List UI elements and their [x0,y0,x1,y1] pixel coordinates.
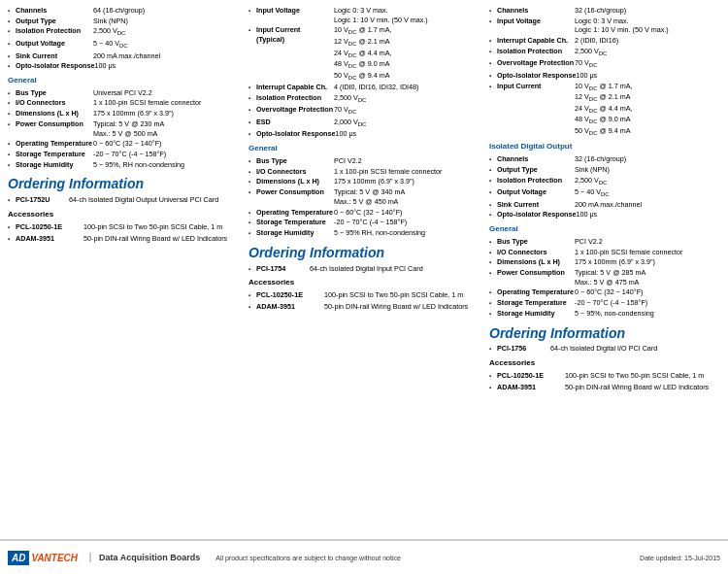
logo-vantech: VANTECH [29,551,80,565]
column-2: Input Voltage Logic 0: 3 V max.Logic 1: … [243,6,480,535]
c3-input-voltage: Input Voltage Logic 0: 3 V max.Logic 1: … [489,17,720,35]
g3-dim: Dimensions (L x H) 175 x 100mm (6.9" x 3… [489,257,720,267]
col3-isolated-output: Channels 32 (16-ch/group) Output Type Si… [489,154,720,219]
accessories-title-2: Accessories [248,278,480,288]
g2-io: I/O Connectors 1 x 100-pin SCSI female c… [248,167,480,177]
accessories-title-3: Accessories [489,358,720,369]
g1-power: Power Consumption Typical: 5 V @ 230 mAM… [8,119,239,138]
acc1-board: ADAM-3951 50-pin DIN-rail Wiring Board w… [8,234,239,244]
acc3-board: ADAM-3951 50-pin DIN-rail Wiring Board w… [489,383,720,392]
g2-stor-temp: Storage Temperature -20 ~ 70°C (-4 ~ 158… [248,218,480,227]
footer-section-title: Data Acquisition Boards [89,553,200,562]
spec-opto: Opto-isolator Response 100 μs [8,61,239,71]
spec-sink-current: Sink Current 200 mA max./channel [8,51,239,61]
col1-specs-intro: Channels 64 (16-ch/group) Output Type Si… [8,6,239,71]
col2-general: Bus Type PCI V2.2 I/O Connectors 1 x 100… [248,156,480,238]
c2-isolation: Isolation Protection 2,500 VDC [248,93,480,105]
footer-note: All product specifications are subject t… [200,555,640,561]
ordering-title-2: Ordering Information [248,244,480,262]
accessories-section-3: Accessories PCL-10250-1E 100-pin SCSI to… [489,358,720,391]
logo-adv: AD [8,551,29,565]
g3-bus: Bus Type PCI V2.2 [489,237,720,247]
ordering-title-3: Ordering Information [489,324,720,343]
c3-channels: Channels 32 (16-ch/group) [489,6,720,16]
col2-specs-intro: Input Voltage Logic 0: 3 V max.Logic 1: … [248,6,480,139]
c2-input-voltage: Input Voltage Logic 0: 3 V max.Logic 1: … [248,6,480,24]
accessories-title-1: Accessories [8,210,239,220]
general-title-1: General [8,76,239,86]
c2-input-current: Input Current(Typical) 10 VDC @ 1.7 mA,1… [248,25,480,82]
col3-general: Bus Type PCI V2.2 I/O Connectors 1 x 100… [489,237,720,319]
c2-interrupt: Interrupt Capable Ch. 4 (IDI0, IDI16, ID… [248,83,480,92]
order-item-1: PCI-1752U 64-ch Isolated Digital Output … [8,195,239,205]
g2-humidity: Storage Humidity 5 ~ 95% RH, non-condens… [248,228,480,238]
c3-input-current: Input Current 10 VDC @ 1.7 mA,12 VDC @ 2… [489,82,720,138]
g3-power: Power Consumption Typical: 5 V @ 285 mAM… [489,268,720,287]
acc1-cable: PCL-10250-1E 100-pin SCSI to Two 50-pin … [8,222,239,232]
general-title-2: General [248,144,480,154]
col3-specs-intro: Channels 32 (16-ch/group) Input Voltage … [489,6,720,137]
g2-op-temp: Operating Temperature 0 ~ 60°C (32 ~ 140… [248,208,480,218]
col1-general: Bus Type Universal PCI V2.2 I/O Connecto… [8,88,239,170]
g2-bus: Bus Type PCI V2.2 [248,156,480,166]
acc2-board: ADAM-3951 50-pin DIN-rail Wiring Board w… [248,302,480,312]
isolated-output-title: Isolated Digital Output [489,142,720,152]
accessories-section-1: Accessories PCL-10250-1E 100-pin SCSI to… [8,210,239,243]
col2-accessories: PCL-10250-1E 100-pin SCSI to Two 50-pin … [248,290,480,311]
c2-overvoltage: Overvoltage Protection 70 VDC [248,105,480,117]
page: Channels 64 (16-ch/group) Output Type Si… [0,0,728,574]
g3-op-temp: Operating Temperature 0 ~ 60°C (32 ~ 140… [489,287,720,297]
spec-output-type: Output Type Sink (NPN) [8,17,239,26]
spec-output-voltage: Output Voltage 5 ~ 40 VDC [8,39,239,51]
accessories-section-2: Accessories PCL-10250-1E 100-pin SCSI to… [248,278,480,311]
g3-io: I/O Connectors 1 x 100-pin SCSI female c… [489,248,720,257]
acc2-cable: PCL-10250-1E 100-pin SCSI to Two 50-pin … [248,290,480,300]
ordering-title-1: Ordering Information [8,175,239,193]
col1-accessories: PCL-10250-1E 100-pin SCSI to Two 50-pin … [8,222,239,243]
iso-output-type: Output Type Sink (NPN) [489,165,720,175]
spec-isolation: Isolation Protection 2,500 VDC [8,26,239,38]
spec-channels: Channels 64 (16-ch/group) [8,6,239,16]
iso-opto: Opto-isolator Response 100 μs [489,210,720,219]
company-logo: ADVANTECH [8,551,80,565]
iso-isolation: Isolation Protection 2,500 VDC [489,176,720,187]
iso-channels: Channels 32 (16-ch/group) [489,154,720,164]
g1-io: I/O Connectors 1 x 100-pin SCSI female c… [8,98,239,108]
main-content: Channels 64 (16-ch/group) Output Type Si… [0,0,728,539]
general-title-3: General [489,224,720,235]
c2-opto: Opto-Isolator Response 100 μs [248,129,480,139]
acc3-cable: PCL-10250-1E 100-pin SCSI to Two 50-pin … [489,371,720,381]
g1-humidity: Storage Humidity 5 ~ 95%, RH non-condens… [8,160,239,170]
c3-interrupt: Interrupt Capable Ch. 2 (IDI0, IDI16) [489,36,720,46]
g3-stor-temp: Storage Temperature -20 ~ 70°C (-4 ~ 158… [489,298,720,308]
g1-bus: Bus Type Universal PCI V2.2 [8,88,239,98]
footer: ADVANTECH Data Acquisition Boards All pr… [0,539,728,574]
order-item-3: PCI-1756 64-ch Isolated Digital I/O PCI … [489,344,720,354]
g1-op-temp: Operating Temperature 0 ~ 60°C (32 ~ 140… [8,139,239,149]
footer-date: Date updated: 15-Jul-2015 [640,555,720,561]
column-3: Channels 32 (16-ch/group) Input Voltage … [483,6,720,535]
c3-overvoltage: Overvoltage Protection 70 VDC [489,58,720,70]
c3-isolation: Isolation Protection 2,500 VDC [489,47,720,58]
g1-dim: Dimensions (L x H) 175 x 100mm (6.9" x 3… [8,109,239,118]
iso-output-voltage: Output Voltage 5 ~ 40 VDC [489,187,720,199]
g3-humidity: Storage Humidity 5 ~ 95%, non-condensing [489,309,720,319]
g2-dim: Dimensions (L x H) 175 x 100mm (6.9" x 3… [248,177,480,186]
column-1: Channels 64 (16-ch/group) Output Type Si… [8,6,239,535]
g2-power: Power Consumption Typical: 5 V @ 340 mAM… [248,187,480,206]
iso-sink-current: Sink Current 200 mA max./channel [489,200,720,210]
c2-esd: ESD 2,000 VDC [248,118,480,129]
g1-stor-temp: Storage Temperature -20 ~ 70°C (-4 ~ 158… [8,150,239,159]
c3-opto: Opto-Isolator Response 100 μs [489,71,720,81]
col3-accessories: PCL-10250-1E 100-pin SCSI to Two 50-pin … [489,371,720,391]
order-item-2: PCI-1754 64-ch Isolated Digital Input PC… [248,264,480,274]
